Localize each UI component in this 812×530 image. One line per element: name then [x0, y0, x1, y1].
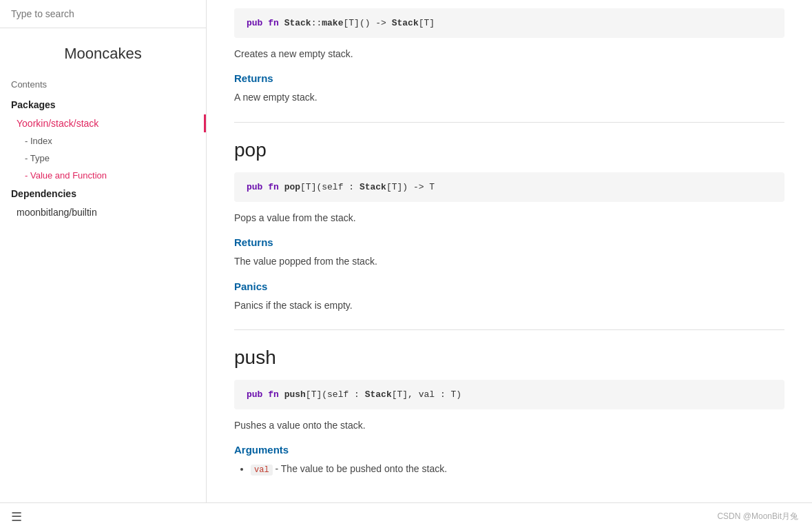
packages-label: Packages	[0, 95, 206, 114]
contents-label: Contents	[0, 74, 206, 95]
push-description: Pushes a value onto the stack.	[234, 418, 784, 433]
pop-returns-text: The value popped from the stack.	[234, 254, 784, 269]
push-heading: push	[234, 347, 784, 369]
push-arg-val-code: val	[251, 465, 273, 476]
push-arguments-heading: Arguments	[234, 444, 784, 456]
push-arg-val: val - The value to be pushed onto the st…	[251, 461, 784, 477]
push-arg-val-text: - The value to be pushed onto the stack.	[275, 463, 448, 474]
pop-panics-heading: Panics	[234, 281, 784, 292]
pop-description: Pops a value from the stack.	[234, 210, 784, 225]
code-block-pop: pub fn pop[T](self : Stack[T]) -> T	[234, 172, 784, 202]
push-arguments-list: val - The value to be pushed onto the st…	[251, 461, 784, 477]
code-block-push: pub fn push[T](self : Stack[T], val : T)	[234, 380, 784, 409]
hamburger-icon[interactable]: ☰	[11, 509, 22, 524]
make-description: Creates a new empty stack.	[234, 46, 784, 61]
make-returns-heading: Returns	[234, 72, 784, 84]
sidebar: Mooncakes Contents Packages Yoorkin/stac…	[0, 0, 207, 530]
dependencies-label: Dependencies	[0, 184, 206, 203]
footer-credit: CSDN @MoonBit月兔	[717, 511, 798, 522]
code-block-make: pub fn Stack::make[T]() -> Stack[T]	[234, 8, 784, 38]
sidebar-sub-item-index[interactable]: - Index	[0, 132, 206, 150]
search-input[interactable]	[11, 8, 195, 19]
pop-returns-heading: Returns	[234, 236, 784, 248]
make-returns-text: A new empty stack.	[234, 90, 784, 105]
pop-panics-text: Panics if the stack is empty.	[234, 298, 784, 313]
active-package-item[interactable]: Yoorkin/stack/stack	[0, 114, 206, 132]
footer: ☰ CSDN @MoonBit月兔	[0, 502, 812, 530]
divider-1	[234, 122, 784, 123]
sidebar-sub-item-value-function[interactable]: - Value and Function	[0, 167, 206, 184]
sidebar-sub-item-type[interactable]: - Type	[0, 150, 206, 167]
search-bar	[0, 0, 206, 28]
dep-item-builtin[interactable]: moonbitlang/builtin	[0, 203, 206, 221]
pop-heading: pop	[234, 139, 784, 161]
sidebar-title: Mooncakes	[0, 28, 206, 74]
divider-2	[234, 329, 784, 330]
main-content: pub fn Stack::make[T]() -> Stack[T] Crea…	[207, 0, 812, 530]
